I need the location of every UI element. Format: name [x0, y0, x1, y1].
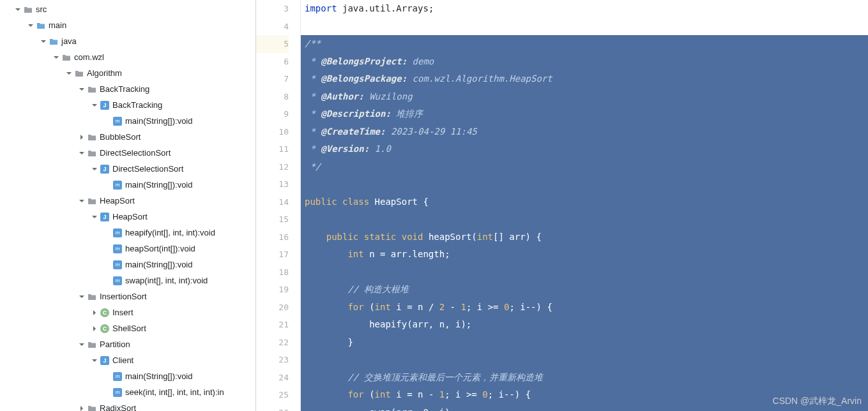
- code-line[interactable]: // 构造大根堆: [301, 281, 868, 299]
- folder-icon: [87, 196, 97, 206]
- tree-label: Insert: [112, 308, 133, 317]
- code-line[interactable]: [301, 176, 868, 193]
- expand-arrow-icon[interactable]: [38, 36, 49, 47]
- expand-arrow-icon[interactable]: [89, 212, 100, 222]
- tree-label: main(String[]):void: [125, 371, 192, 381]
- code-line[interactable]: public class HeapSort {: [301, 193, 868, 211]
- tree-item[interactable]: mmain(String[]):void: [0, 113, 255, 129]
- code-line[interactable]: heapify(arr, n, i);: [301, 316, 868, 334]
- expand-arrow-icon[interactable]: [102, 244, 112, 254]
- code-line[interactable]: * @BelongsPackage: com.wzl.Algorithm.Hea…: [301, 70, 868, 88]
- line-number: 12: [256, 158, 289, 176]
- code-area[interactable]: import java.util.Arrays; /** * @BelongsP…: [301, 0, 868, 411]
- tree-item[interactable]: InsertionSort: [0, 288, 255, 304]
- expand-arrow-icon[interactable]: [102, 260, 112, 270]
- expand-arrow-icon[interactable]: [77, 196, 87, 206]
- tree-label: heapSort(int[]):void: [125, 244, 195, 253]
- line-number: 23: [256, 351, 289, 369]
- line-number: 26: [256, 404, 289, 412]
- tree-item[interactable]: JBackTracking: [0, 97, 255, 113]
- expand-arrow-icon[interactable]: [89, 324, 100, 334]
- code-line[interactable]: [301, 18, 868, 36]
- expand-arrow-icon[interactable]: [51, 52, 61, 63]
- folder-icon: [23, 4, 33, 15]
- tree-item[interactable]: HeapSort: [0, 193, 255, 209]
- expand-arrow-icon[interactable]: [89, 308, 100, 318]
- expand-arrow-icon[interactable]: [102, 180, 112, 190]
- code-line[interactable]: swap(arr, 0, i);: [301, 404, 868, 412]
- expand-arrow-icon[interactable]: [77, 132, 87, 142]
- tree-item[interactable]: mheapify(int[], int, int):void: [0, 225, 255, 241]
- expand-arrow-icon[interactable]: [102, 371, 112, 382]
- tree-item[interactable]: JHeapSort: [0, 209, 255, 225]
- code-line[interactable]: [301, 264, 868, 281]
- project-tree[interactable]: srcmainjavacom.wzlAlgorithmBackTrackingJ…: [0, 0, 255, 411]
- expand-arrow-icon[interactable]: [77, 148, 87, 158]
- expand-arrow-icon[interactable]: [26, 20, 36, 31]
- code-line[interactable]: */: [301, 158, 868, 176]
- tree-item[interactable]: mmain(String[]):void: [0, 257, 255, 273]
- expand-arrow-icon[interactable]: [77, 403, 87, 412]
- folder-icon: [61, 52, 72, 63]
- line-number: 8: [256, 88, 289, 106]
- code-line[interactable]: [301, 211, 868, 228]
- expand-arrow-icon[interactable]: [89, 100, 100, 110]
- expand-arrow-icon[interactable]: [77, 292, 87, 302]
- tree-item[interactable]: RadixSort: [0, 400, 255, 411]
- line-number: 18: [256, 264, 289, 281]
- tree-label: java: [61, 36, 77, 46]
- class-icon: C: [100, 324, 110, 334]
- code-line[interactable]: import java.util.Arrays;: [301, 0, 868, 18]
- code-line[interactable]: * @BelongsProject: demo: [301, 53, 868, 71]
- code-line[interactable]: for (int i = n - 1; i >= 0; i--) {: [301, 386, 868, 404]
- code-line[interactable]: /**: [301, 35, 868, 53]
- code-line[interactable]: // 交换堆顶元素和最后一个元素，并重新构造堆: [301, 369, 868, 387]
- code-line[interactable]: [301, 351, 868, 369]
- tree-label: BubbleSort: [100, 132, 141, 142]
- method-icon: m: [112, 228, 123, 238]
- code-line[interactable]: * @Description: 堆排序: [301, 105, 868, 123]
- tree-item[interactable]: CShellSort: [0, 320, 255, 336]
- tree-item[interactable]: com.wzl: [0, 49, 255, 65]
- tree-item[interactable]: BubbleSort: [0, 129, 255, 145]
- tree-label: main: [49, 20, 66, 30]
- line-number: 7: [256, 70, 289, 88]
- method-icon: m: [112, 180, 123, 190]
- expand-arrow-icon[interactable]: [102, 387, 112, 398]
- tree-item[interactable]: mheapSort(int[]):void: [0, 241, 255, 257]
- expand-arrow-icon[interactable]: [89, 355, 100, 366]
- line-number: 20: [256, 299, 289, 317]
- expand-arrow-icon[interactable]: [89, 164, 100, 174]
- code-line[interactable]: public static void heapSort(int[] arr) {: [301, 228, 868, 246]
- tree-item[interactable]: mmain(String[]):void: [0, 368, 255, 384]
- tree-item[interactable]: BackTracking: [0, 81, 255, 97]
- expand-arrow-icon[interactable]: [13, 4, 23, 15]
- code-line[interactable]: for (int i = n / 2 - 1; i >= 0; i--) {: [301, 299, 868, 317]
- expand-arrow-icon[interactable]: [102, 276, 112, 286]
- expand-arrow-icon[interactable]: [77, 340, 87, 350]
- expand-arrow-icon[interactable]: [64, 68, 74, 78]
- tree-item[interactable]: DirectSelectionSort: [0, 145, 255, 161]
- code-line[interactable]: * @Version: 1.0: [301, 140, 868, 158]
- tree-item[interactable]: mmain(String[]):void: [0, 177, 255, 193]
- folder-icon: [87, 84, 97, 94]
- expand-arrow-icon[interactable]: [77, 84, 87, 94]
- tree-item[interactable]: java: [0, 33, 255, 49]
- code-line[interactable]: * @CreateTime: 2023-04-29 11:45: [301, 123, 868, 141]
- tree-item[interactable]: JClient: [0, 352, 255, 368]
- code-line[interactable]: int n = arr.length;: [301, 246, 868, 264]
- tree-item[interactable]: src: [0, 1, 255, 17]
- tree-item[interactable]: Partition: [0, 336, 255, 352]
- tree-item[interactable]: JDirectSelectionSort: [0, 161, 255, 177]
- tree-item[interactable]: mswap(int[], int, int):void: [0, 273, 255, 288]
- tree-item[interactable]: main: [0, 17, 255, 33]
- tree-item[interactable]: CInsert: [0, 304, 255, 320]
- tree-item[interactable]: Algorithm: [0, 65, 255, 81]
- editor[interactable]: 3456789101112131415161718192021222324252…: [255, 0, 868, 411]
- tree-label: HeapSort: [100, 196, 135, 206]
- expand-arrow-icon[interactable]: [102, 116, 112, 126]
- code-line[interactable]: }: [301, 334, 868, 352]
- expand-arrow-icon[interactable]: [102, 228, 112, 238]
- code-line[interactable]: * @Author: Wuzilong: [301, 88, 868, 106]
- tree-item[interactable]: mseek(int, int[], int, int, int):in: [0, 384, 255, 400]
